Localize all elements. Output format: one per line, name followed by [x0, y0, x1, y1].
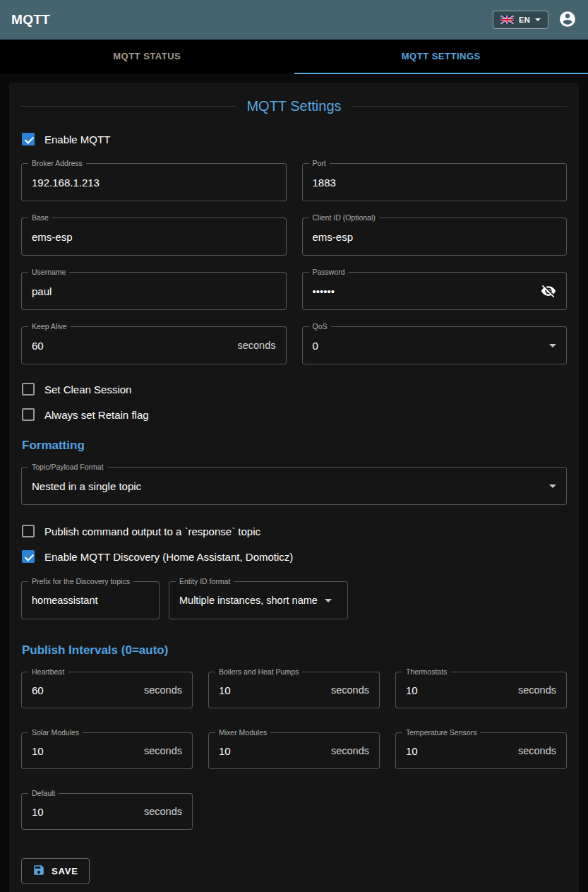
mqtt-settings-panel: MQTT Settings Enable MQTT Broker Address…: [9, 83, 579, 892]
base-label: Base: [28, 213, 52, 222]
visibility-off-icon: [541, 283, 556, 299]
broker-address-field[interactable]: Broker Address 192.168.1.213: [21, 163, 287, 201]
retain-flag-label: Always set Retain flag: [44, 409, 149, 421]
password-visibility-toggle[interactable]: [541, 283, 556, 299]
topic-format-label: Topic/Payload Format: [28, 463, 107, 471]
page-title: MQTT: [11, 12, 50, 28]
qos-label: QoS: [309, 322, 331, 331]
publish-response-checkbox[interactable]: [22, 525, 35, 537]
retain-flag-row: Always set Retain flag: [22, 408, 567, 421]
keep-alive-field[interactable]: Keep Alive 60 seconds: [21, 326, 287, 364]
account-button[interactable]: [558, 10, 577, 30]
tab-bar: MQTT STATUS MQTT SETTINGS: [0, 40, 588, 74]
app-bar-actions: EN: [493, 10, 577, 30]
keep-alive-label: Keep Alive: [28, 322, 71, 331]
save-button[interactable]: SAVE: [21, 858, 90, 884]
section-title: MQTT Settings: [246, 98, 341, 114]
language-selector-button[interactable]: EN: [493, 11, 548, 29]
discovery-prefix-label: Prefix for the Discovery topics: [28, 577, 133, 585]
discovery-options-row: Prefix for the Discovery topics homeassi…: [21, 581, 567, 619]
tab-mqtt-status[interactable]: MQTT STATUS: [0, 40, 294, 74]
interval-field-solar[interactable]: Solar Modules 10 seconds: [21, 732, 193, 769]
clean-session-row: Set Clean Session: [22, 383, 567, 396]
keep-alive-unit: seconds: [237, 340, 275, 351]
username-label: Username: [28, 268, 69, 276]
mqtt-discovery-row: Enable MQTT Discovery (Home Assistant, D…: [22, 550, 567, 563]
password-field[interactable]: Password ••••••: [302, 272, 568, 310]
topic-format-select[interactable]: Topic/Payload Format Nested in a single …: [21, 467, 567, 505]
port-label: Port: [309, 159, 330, 167]
password-label: Password: [309, 268, 349, 276]
dropdown-arrow-icon: [549, 344, 556, 347]
qos-select[interactable]: QoS 0: [302, 326, 568, 364]
client-id-label: Client ID (Optional): [309, 213, 379, 222]
interval-field-temperature-sensors[interactable]: Temperature Sensors 10 seconds: [395, 732, 567, 769]
entity-format-label: Entity ID format: [176, 577, 234, 585]
section-header: MQTT Settings: [21, 98, 567, 114]
discovery-prefix-field[interactable]: Prefix for the Discovery topics homeassi…: [21, 581, 160, 619]
language-label: EN: [519, 16, 530, 24]
enable-mqtt-row: Enable MQTT: [22, 133, 567, 145]
publish-response-label: Publish command output to a `response` t…: [44, 525, 260, 537]
chevron-down-icon: [535, 18, 541, 21]
dropdown-arrow-icon: [549, 484, 556, 488]
interval-field-mixer[interactable]: Mixer Modules 10 seconds: [208, 732, 380, 769]
divider: [352, 106, 567, 107]
formatting-heading: Formatting: [22, 439, 567, 453]
client-id-field[interactable]: Client ID (Optional) ems-esp: [302, 218, 568, 256]
retain-flag-checkbox[interactable]: [22, 408, 35, 421]
broker-address-label: Broker Address: [28, 159, 86, 167]
interval-field-heartbeat[interactable]: Heartbeat 60 seconds: [21, 672, 193, 708]
publish-intervals-grid: Heartbeat 60 seconds Boilers and Heat Pu…: [21, 672, 567, 830]
mqtt-discovery-label: Enable MQTT Discovery (Home Assistant, D…: [44, 551, 293, 563]
divider: [21, 106, 236, 107]
interval-field-thermostats[interactable]: Thermostats 10 seconds: [395, 672, 567, 708]
username-field[interactable]: Username paul: [21, 272, 287, 310]
account-icon: [558, 10, 577, 30]
enable-mqtt-checkbox[interactable]: [22, 133, 35, 145]
app-bar: MQTT EN: [0, 0, 588, 40]
dropdown-arrow-icon: [325, 599, 332, 602]
publish-intervals-heading: Publish Intervals (0=auto): [22, 643, 567, 658]
enable-mqtt-label: Enable MQTT: [44, 133, 110, 145]
base-field[interactable]: Base ems-esp: [21, 218, 287, 256]
clean-session-label: Set Clean Session: [44, 383, 131, 396]
clean-session-checkbox[interactable]: [22, 383, 35, 396]
interval-field-boilers[interactable]: Boilers and Heat Pumps 10 seconds: [208, 672, 380, 708]
save-button-label: SAVE: [52, 866, 78, 876]
entity-format-select[interactable]: Entity ID format Multiple instances, sho…: [169, 581, 348, 619]
connection-form: Broker Address 192.168.1.213 Port 1883 B…: [21, 163, 567, 364]
mqtt-discovery-checkbox[interactable]: [22, 550, 35, 563]
publish-response-row: Publish command output to a `response` t…: [22, 525, 567, 537]
save-icon: [32, 864, 45, 879]
tab-mqtt-settings[interactable]: MQTT SETTINGS: [294, 40, 588, 74]
uk-flag-icon: [500, 16, 514, 24]
interval-field-default[interactable]: Default 10 seconds: [21, 793, 193, 830]
port-field[interactable]: Port 1883: [302, 163, 568, 201]
